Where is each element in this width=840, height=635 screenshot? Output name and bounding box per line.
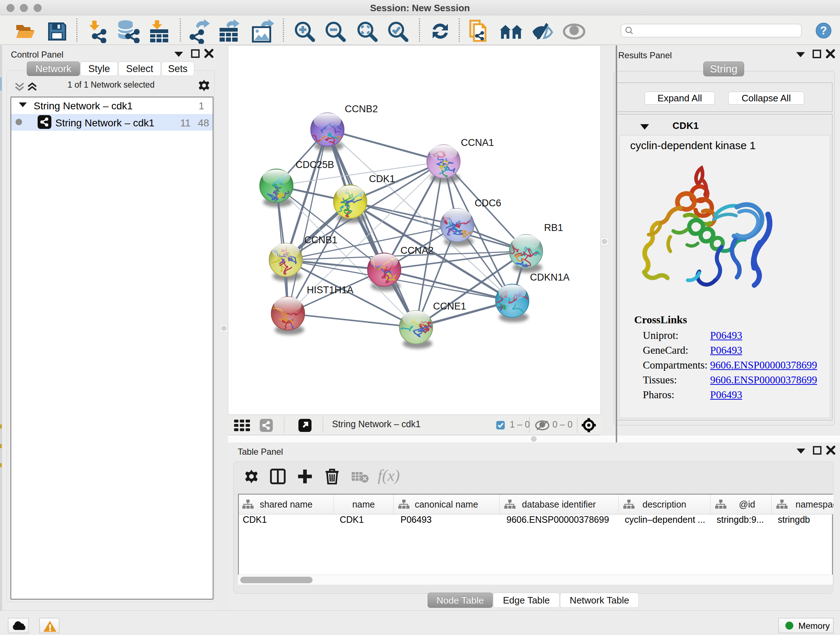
svg-text:CDC6: CDC6 — [475, 198, 501, 209]
svg-text:CCNE1: CCNE1 — [433, 301, 466, 312]
svg-text:CDC25B: CDC25B — [295, 159, 334, 170]
svg-text:CCNB2: CCNB2 — [345, 103, 378, 114]
svg-text:HIST1H1A: HIST1H1A — [307, 285, 354, 295]
svg-text:CDK1: CDK1 — [369, 173, 395, 184]
svg-text:CCNA2: CCNA2 — [401, 245, 434, 256]
svg-text:?: ? — [820, 24, 827, 37]
svg-text:CCNA1: CCNA1 — [461, 137, 494, 148]
svg-text:RB1: RB1 — [544, 222, 563, 233]
svg-text:CCNB1: CCNB1 — [304, 234, 338, 245]
svg-text:CDKN1A: CDKN1A — [530, 272, 570, 283]
